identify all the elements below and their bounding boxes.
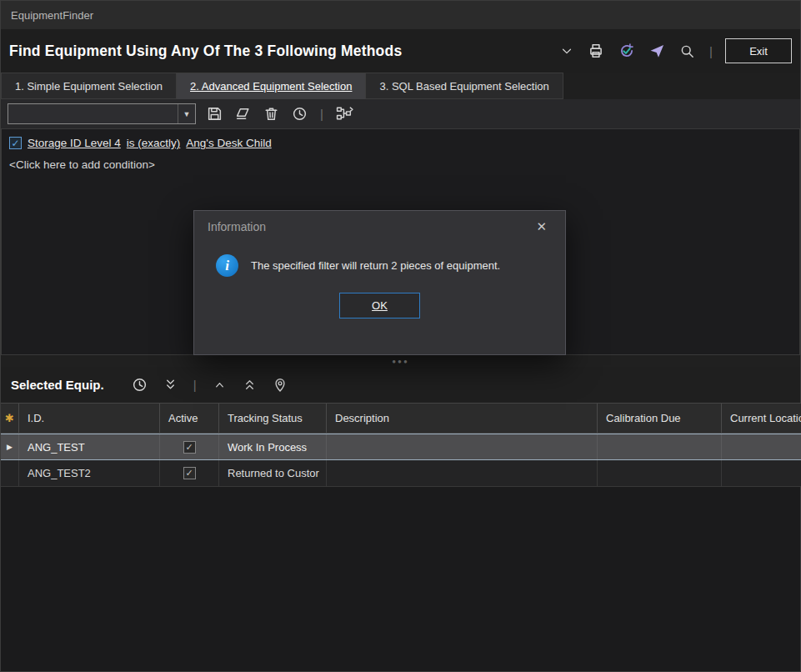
- equipment-finder-window: EquipmentFinder Find Equipment Using Any…: [0, 0, 801, 672]
- dialog-close-button[interactable]: ✕: [531, 218, 552, 236]
- method-tabs: 1. Simple Equipment Selection 2. Advance…: [1, 73, 800, 99]
- cell-tracking-status[interactable]: Work In Process: [219, 434, 327, 459]
- row-selector-cell[interactable]: [1, 460, 19, 486]
- double-chevron-down-icon: [163, 378, 178, 392]
- printer-icon: [588, 43, 604, 59]
- tab-label: 2. Advanced Equipment Selection: [190, 80, 352, 93]
- dialog-body: i The specified filter will return 2 pie…: [194, 243, 565, 277]
- selected-history-button[interactable]: [130, 375, 149, 394]
- dialog-title: Information: [208, 220, 266, 233]
- hierarchy-icon: [336, 106, 353, 122]
- cell-tracking-status[interactable]: Returned to Custor: [219, 460, 327, 486]
- new-row-star-icon: ✱: [5, 412, 14, 424]
- add-condition-link[interactable]: <Click here to add condition>: [9, 158, 792, 171]
- show-hierarchy-button[interactable]: [334, 104, 355, 123]
- saved-filter-combobox[interactable]: ▼: [8, 103, 196, 124]
- tab-sql-based-equipment-selection[interactable]: 3. SQL Based Equipment Selection: [366, 73, 563, 99]
- table-row[interactable]: ANG_TEST2 ✓ Returned to Custor: [1, 460, 801, 487]
- row-selector-cell[interactable]: ▶: [1, 434, 19, 459]
- column-header-description[interactable]: Description: [327, 404, 598, 433]
- location-button[interactable]: [271, 376, 289, 394]
- cell-current-location[interactable]: [722, 434, 801, 459]
- header-toolbar: | Exit: [558, 38, 792, 63]
- cell-calibration-due[interactable]: [598, 460, 722, 486]
- new-row-indicator-header: ✱: [1, 404, 19, 433]
- verify-filter-button[interactable]: [617, 41, 637, 61]
- send-button[interactable]: [648, 42, 667, 61]
- ok-button[interactable]: OK: [339, 293, 420, 318]
- active-checkbox[interactable]: ✓: [183, 441, 196, 454]
- sync-check-icon: [618, 43, 635, 59]
- column-header-active[interactable]: Active: [160, 404, 219, 433]
- exit-button[interactable]: Exit: [725, 38, 792, 63]
- filter-toolbar: ▼: [1, 99, 800, 129]
- cell-id[interactable]: ANG_TEST2: [19, 460, 160, 486]
- print-button[interactable]: [586, 41, 606, 61]
- window-title: EquipmentFinder: [11, 9, 93, 22]
- grid-header-row: ✱ I.D. Active Tracking Status Descriptio…: [1, 403, 801, 434]
- splitter-grip-icon: ●●●: [392, 358, 409, 365]
- cell-active: ✓: [160, 434, 219, 459]
- cell-current-location[interactable]: [722, 460, 801, 486]
- condition-value-link[interactable]: Ang's Desk Child: [186, 137, 271, 149]
- header-separator: |: [708, 44, 714, 58]
- chevron-down-icon: [560, 44, 573, 58]
- cell-description[interactable]: [327, 434, 598, 459]
- send-icon: [649, 43, 665, 59]
- tab-simple-equipment-selection[interactable]: 1. Simple Equipment Selection: [1, 73, 177, 99]
- selected-equip-title: Selected Equip.: [11, 378, 104, 392]
- tab-label: 1. Simple Equipment Selection: [15, 80, 163, 93]
- panel-splitter[interactable]: ●●●: [1, 355, 800, 367]
- tab-advanced-equipment-selection[interactable]: 2. Advanced Equipment Selection: [177, 73, 366, 99]
- filter-history-button[interactable]: [290, 104, 309, 123]
- condition-operator-link[interactable]: is (exactly): [127, 137, 181, 149]
- condition-checkbox[interactable]: ✓: [9, 137, 22, 149]
- tab-label: 3. SQL Based Equipment Selection: [379, 80, 548, 93]
- active-checkbox[interactable]: ✓: [183, 467, 196, 479]
- information-dialog: Information ✕ i The specified filter wil…: [193, 210, 566, 355]
- page-header: Find Equipment Using Any Of The 3 Follow…: [1, 29, 800, 73]
- double-chevron-up-icon: [243, 378, 257, 392]
- toolbar-separator: |: [318, 107, 325, 121]
- save-filter-button[interactable]: [205, 104, 224, 123]
- clear-filter-button[interactable]: [233, 104, 253, 123]
- current-row-arrow-icon: ▶: [7, 443, 13, 451]
- combobox-dropdown-arrow[interactable]: ▼: [178, 104, 195, 123]
- print-options-dropdown[interactable]: [558, 43, 575, 59]
- cell-id[interactable]: ANG_TEST: [19, 434, 160, 459]
- selected-equip-header: Selected Equip. |: [1, 367, 800, 403]
- selected-header-separator: |: [192, 378, 198, 392]
- info-circle-icon: i: [216, 254, 238, 277]
- filter-condition-row: ✓ Storage ID Level 4 is (exactly) Ang's …: [9, 137, 792, 149]
- cell-active: ✓: [160, 460, 219, 486]
- column-header-tracking-status[interactable]: Tracking Status: [219, 404, 327, 433]
- trash-icon: [263, 106, 279, 122]
- window-titlebar: EquipmentFinder: [1, 1, 800, 29]
- search-button[interactable]: [678, 42, 697, 61]
- combobox-value: [8, 104, 178, 123]
- dialog-titlebar: Information ✕: [194, 211, 565, 243]
- condition-field-link[interactable]: Storage ID Level 4: [28, 137, 121, 149]
- move-up-button[interactable]: [211, 376, 228, 394]
- delete-filter-button[interactable]: [262, 104, 281, 123]
- search-icon: [679, 43, 695, 59]
- dialog-footer: OK: [194, 293, 565, 318]
- cell-description[interactable]: [327, 460, 598, 486]
- chevron-up-icon: [213, 378, 227, 392]
- history-clock-icon: [292, 106, 308, 122]
- table-row[interactable]: ▶ ANG_TEST ✓ Work In Process: [1, 434, 801, 460]
- move-all-down-button[interactable]: [162, 376, 179, 394]
- move-all-up-button[interactable]: [241, 376, 258, 394]
- column-header-id[interactable]: I.D.: [19, 404, 160, 433]
- grid-empty-area: [1, 487, 800, 671]
- dialog-message: The specified filter will return 2 piece…: [251, 259, 500, 272]
- selected-equipment-grid: ✱ I.D. Active Tracking Status Descriptio…: [1, 403, 801, 487]
- page-title: Find Equipment Using Any Of The 3 Follow…: [9, 43, 402, 60]
- history-clock-icon: [132, 377, 148, 393]
- location-pin-icon: [273, 378, 288, 393]
- eraser-icon: [235, 106, 251, 122]
- close-icon: ✕: [536, 219, 547, 233]
- cell-calibration-due[interactable]: [598, 434, 722, 459]
- column-header-current-location[interactable]: Current Location: [722, 404, 801, 433]
- column-header-calibration-due[interactable]: Calibration Due: [598, 404, 722, 433]
